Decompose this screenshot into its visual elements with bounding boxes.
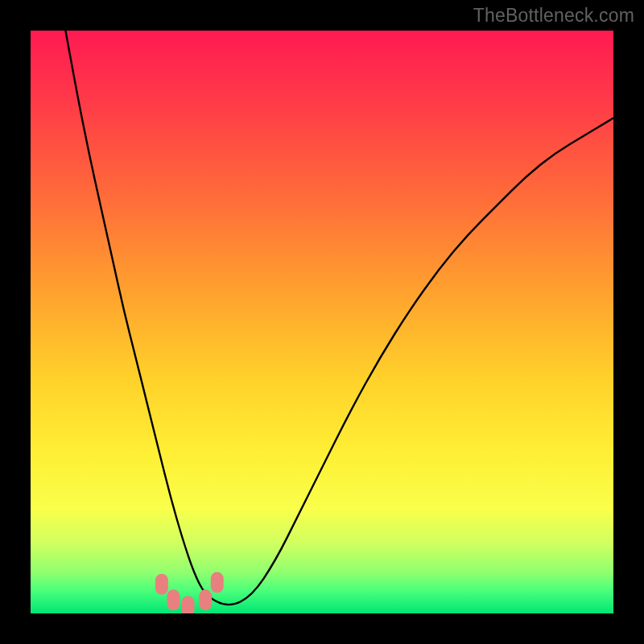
bottleneck-curve [65, 31, 613, 605]
marker-group [155, 572, 224, 613]
curve-marker [182, 596, 195, 613]
watermark-text: TheBottleneck.com [473, 5, 634, 27]
curve-marker [167, 589, 180, 610]
curve-marker [211, 572, 224, 593]
curve-marker [155, 574, 168, 595]
plot-area [31, 31, 613, 613]
chart-frame: TheBottleneck.com [0, 0, 644, 644]
curve-marker [199, 589, 212, 610]
curve-svg [31, 31, 613, 613]
